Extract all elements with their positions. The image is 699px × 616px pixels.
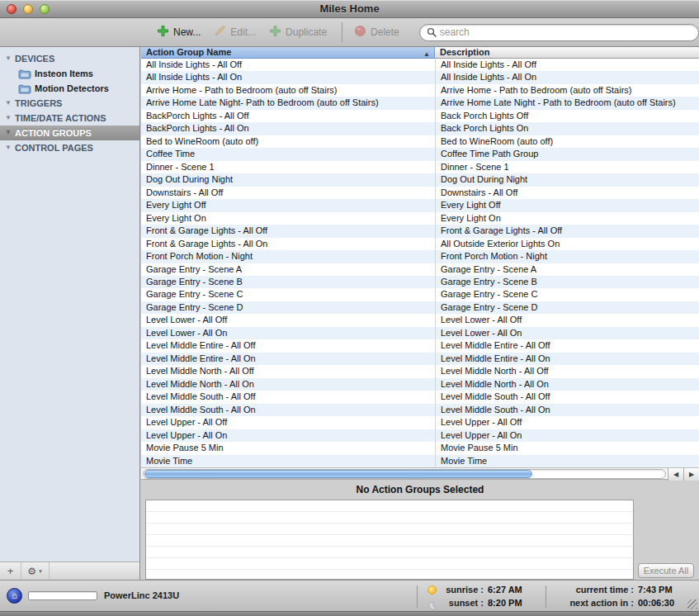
cell-description: Coffee Time Path Group [436, 148, 699, 160]
table-row[interactable]: BackPorch Lights - All OnBack Porch Ligh… [141, 122, 699, 135]
table-row[interactable]: Level Middle Entire - All OnLevel Middle… [141, 353, 699, 365]
cell-action-group-name: Arrive Home - Path to Bedroom (auto off … [141, 84, 436, 97]
table-row[interactable]: Movie Pause 5 MinMovie Pause 5 Min [141, 442, 699, 454]
column-header-action-group-name[interactable]: Action Group Name ▲ [141, 47, 435, 59]
scroll-left-button[interactable]: ◀ [668, 468, 683, 481]
current-time-value: 7:43 PM [638, 585, 686, 595]
cell-description: Front Porch Motion - Night [436, 250, 699, 263]
cell-description: Level Lower - All Off [436, 314, 699, 326]
horizontal-scrollbar: ◀ ▶ [141, 467, 699, 480]
pencil-icon [214, 25, 226, 40]
table-row[interactable]: Every Light OnEvery Light On [141, 212, 699, 225]
cell-action-group-name: All Inside Lights - All Off [141, 59, 436, 71]
table-row[interactable]: Front Porch Motion - NightFront Porch Mo… [141, 250, 699, 263]
cell-description: All Inside Lights - All Off [436, 59, 699, 71]
cell-action-group-name: Dog Out During Night [141, 173, 436, 186]
table-row[interactable]: Garage Entry - Scene DGarage Entry - Sce… [141, 301, 699, 314]
table-row[interactable]: Garage Entry - Scene CGarage Entry - Sce… [141, 288, 699, 301]
cell-description: Bed to WineRoom (auto off) [436, 135, 699, 148]
table-row[interactable]: Movie TimeMovie Time [141, 455, 699, 467]
execute-all-button[interactable]: Execute All [638, 563, 694, 578]
sidebar-item-action-groups[interactable]: ▼ACTION GROUPS [0, 126, 139, 140]
column-header-description[interactable]: Description [435, 47, 699, 59]
table-header: Action Group Name ▲ Description [141, 47, 699, 59]
table-row[interactable]: Level Upper - All OnLevel Upper - All On [141, 429, 699, 442]
disclosure-triangle-icon[interactable]: ▼ [3, 140, 13, 155]
table-row[interactable]: Garage Entry - Scene BGarage Entry - Sce… [141, 276, 699, 288]
disclosure-triangle-icon[interactable]: ▼ [3, 96, 13, 111]
delete-button[interactable]: Delete [354, 25, 399, 40]
table-row[interactable]: Level Lower - All OffLevel Lower - All O… [141, 314, 699, 326]
column-header-label: Description [440, 47, 490, 57]
table-row[interactable]: Front & Garage Lights - All OffFront & G… [141, 225, 699, 237]
sidebar-item-motion-detectors[interactable]: Motion Detectors [0, 81, 139, 96]
scrollbar-thumb[interactable] [144, 470, 532, 478]
cell-description: Movie Pause 5 Min [436, 442, 699, 454]
edit-button[interactable]: Edit... [214, 25, 256, 40]
disclosure-triangle-icon[interactable]: ▼ [3, 111, 13, 126]
cell-description: Back Porch Lights On [436, 122, 699, 135]
cell-action-group-name: Garage Entry - Scene D [141, 301, 436, 314]
cell-description: Downstairs - All Off [436, 187, 699, 199]
action-menu-button[interactable]: ⚙ ▼ [21, 562, 50, 580]
table-row[interactable]: Level Middle South - All OffLevel Middle… [141, 391, 699, 403]
table-row[interactable]: Dog Out During NightDog Out During Night [141, 173, 699, 186]
scroll-right-button[interactable]: ▶ [683, 468, 699, 481]
sidebar-bottom-bar: + ⚙ ▼ [0, 562, 140, 580]
duplicate-button-label: Duplicate [286, 26, 327, 38]
cell-description: All Outside Exterior Lights On [436, 238, 699, 250]
table-row[interactable]: Level Middle South - All OnLevel Middle … [141, 404, 699, 416]
cell-action-group-name: Level Lower - All On [141, 327, 436, 339]
scroll-right-icon: ▶ [689, 471, 694, 478]
table-row[interactable]: Downstairs - All OffDownstairs - All Off [141, 187, 699, 199]
search-field[interactable] [419, 24, 699, 41]
table-row[interactable]: Arrive Home - Path to Bedroom (auto off … [141, 84, 699, 97]
table-row[interactable]: Level Middle Entire - All OffLevel Middl… [141, 339, 699, 352]
sidebar-item-devices[interactable]: ▼DEVICES [0, 51, 139, 66]
add-button[interactable]: + [0, 562, 21, 580]
cell-action-group-name: Coffee Time [141, 148, 436, 160]
disclosure-triangle-icon[interactable]: ▼ [3, 51, 13, 66]
table-row[interactable]: Arrive Home Late Night- Path to Bedroom … [141, 97, 699, 109]
table-row[interactable]: Every Light OffEvery Light Off [141, 199, 699, 211]
table-row[interactable]: All Inside Lights - All OffAll Inside Li… [141, 59, 699, 71]
cell-action-group-name: Garage Entry - Scene C [141, 288, 436, 301]
cell-description: Level Middle Entire - All Off [436, 339, 699, 352]
sidebar-item-time-date-actions[interactable]: ▼TIME/DATE ACTIONS [0, 111, 139, 126]
cell-action-group-name: Bed to WineRoom (auto off) [141, 135, 436, 148]
sidebar-item-triggers[interactable]: ▼TRIGGERS [0, 96, 139, 111]
scroll-left-icon: ◀ [673, 471, 678, 478]
sidebar-item-label: ACTION GROUPS [15, 126, 92, 140]
table-row[interactable]: All Inside Lights - All OnAll Inside Lig… [141, 71, 699, 83]
resize-grip[interactable] [687, 599, 697, 609]
table-row[interactable]: Front & Garage Lights - All OnAll Outsid… [141, 238, 699, 250]
search-input[interactable] [440, 26, 692, 38]
interface-progress-bar [28, 591, 97, 600]
cell-description: Level Upper - All On [436, 429, 699, 442]
disclosure-triangle-icon[interactable]: ▼ [3, 126, 13, 140]
cell-action-group-name: Level Middle South - All Off [141, 391, 436, 403]
sidebar-item-insteon-items[interactable]: Insteon Items [0, 66, 139, 81]
sidebar-item-label: TIME/DATE ACTIONS [15, 111, 106, 126]
selected-actions-list[interactable] [145, 500, 634, 580]
cell-action-group-name: Level Middle South - All On [141, 404, 436, 416]
table-row[interactable]: Bed to WineRoom (auto off)Bed to WineRoo… [141, 135, 699, 148]
current-time-label: current time : [556, 585, 634, 595]
sidebar-item-control-pages[interactable]: ▼CONTROL PAGES [0, 140, 139, 155]
table-row[interactable]: Level Upper - All OffLevel Upper - All O… [141, 416, 699, 429]
scrollbar-track[interactable] [143, 469, 666, 479]
cell-action-group-name: Dinner - Scene 1 [141, 161, 436, 173]
table-row[interactable]: Dinner - Scene 1Dinner - Scene 1 [141, 161, 699, 173]
delete-icon [354, 25, 366, 40]
table-row[interactable]: Coffee TimeCoffee Time Path Group [141, 148, 699, 160]
table-row[interactable]: BackPorch Lights - All OffBack Porch Lig… [141, 110, 699, 122]
new-button[interactable]: New... [157, 25, 201, 40]
sidebar-item-label: DEVICES [15, 51, 54, 66]
table-row[interactable]: Level Middle North - All OffLevel Middle… [141, 365, 699, 377]
cell-description: Every Light On [436, 212, 699, 225]
table-row[interactable]: Garage Entry - Scene AGarage Entry - Sce… [141, 263, 699, 276]
status-separator [546, 585, 546, 608]
duplicate-button[interactable]: Duplicate [269, 25, 327, 40]
table-row[interactable]: Level Lower - All OnLevel Lower - All On [141, 327, 699, 339]
table-row[interactable]: Level Middle North - All OnLevel Middle … [141, 378, 699, 391]
